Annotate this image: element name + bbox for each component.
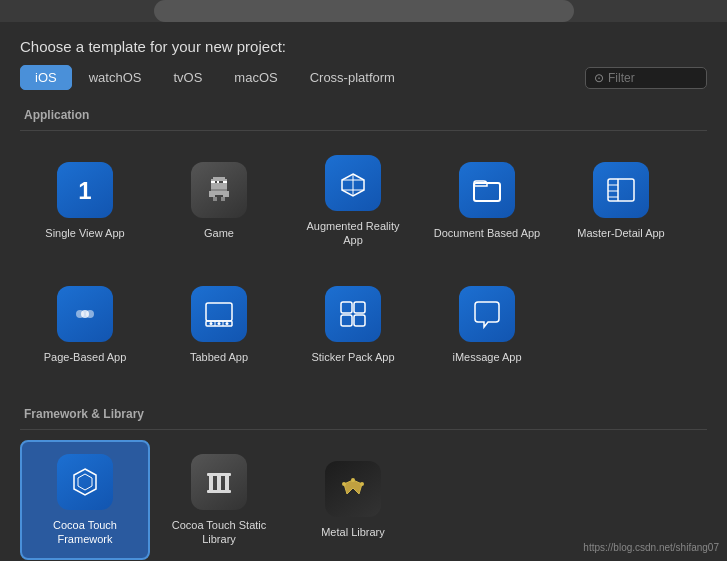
- svg-marker-47: [74, 469, 96, 495]
- title-bar-input[interactable]: [154, 0, 574, 22]
- svg-rect-14: [221, 197, 225, 201]
- tab-watchos[interactable]: watchOS: [74, 65, 157, 90]
- metal-icon: [325, 461, 381, 517]
- svg-rect-12: [215, 191, 223, 195]
- svg-point-37: [210, 322, 213, 325]
- template-ar-app[interactable]: Augmented Reality App: [288, 141, 418, 261]
- page-based-label: Page-Based App: [44, 350, 127, 364]
- template-imessage-app[interactable]: iMessage App: [422, 265, 552, 385]
- svg-rect-52: [217, 476, 221, 490]
- tab-tvos[interactable]: tvOS: [158, 65, 217, 90]
- template-master-detail[interactable]: Master-Detail App: [556, 141, 686, 261]
- template-metal-library[interactable]: Metal Library: [288, 440, 418, 560]
- cocoa-static-icon: [191, 454, 247, 510]
- svg-rect-33: [206, 303, 232, 321]
- document-label: Document Based App: [434, 226, 540, 240]
- ar-icon: [325, 155, 381, 211]
- document-icon: [459, 162, 515, 218]
- svg-rect-13: [213, 197, 217, 201]
- svg-rect-41: [341, 302, 352, 313]
- page-based-icon: [57, 286, 113, 342]
- svg-rect-10: [209, 191, 215, 197]
- dialog: Choose a template for your new project: …: [0, 22, 727, 561]
- content-area: Application 1 Single View App: [0, 100, 727, 561]
- game-label: Game: [204, 226, 234, 240]
- svg-rect-23: [608, 179, 634, 201]
- imessage-label: iMessage App: [452, 350, 521, 364]
- section-framework-header: Framework & Library: [20, 399, 707, 430]
- ar-label: Augmented Reality App: [298, 219, 408, 248]
- svg-rect-43: [341, 315, 352, 326]
- template-document-app[interactable]: Document Based App: [422, 141, 552, 261]
- tabbed-icon: [191, 286, 247, 342]
- tab-crossplatform[interactable]: Cross-platform: [295, 65, 410, 90]
- filter-input-wrap: ⊙: [585, 67, 707, 89]
- sticker-label: Sticker Pack App: [311, 350, 394, 364]
- svg-rect-9: [211, 189, 227, 191]
- svg-rect-3: [213, 177, 225, 179]
- svg-rect-5: [211, 181, 215, 183]
- svg-rect-46: [68, 465, 102, 499]
- svg-rect-50: [207, 473, 231, 476]
- svg-rect-44: [354, 315, 365, 326]
- svg-rect-7: [223, 181, 227, 183]
- sticker-icon: [325, 286, 381, 342]
- svg-point-56: [351, 478, 355, 482]
- svg-rect-4: [211, 179, 227, 181]
- template-game[interactable]: Game: [154, 141, 284, 261]
- imessage-icon: [459, 286, 515, 342]
- filter-input[interactable]: [608, 71, 698, 85]
- tab-macos[interactable]: macOS: [219, 65, 292, 90]
- template-cocoa-static[interactable]: Cocoa Touch Static Library: [154, 440, 284, 560]
- master-detail-icon: [593, 162, 649, 218]
- tabbed-label: Tabbed App: [190, 350, 248, 364]
- svg-rect-42: [354, 302, 365, 313]
- metal-label: Metal Library: [321, 525, 385, 539]
- svg-rect-54: [207, 490, 231, 493]
- dialog-header: Choose a template for your new project:: [0, 22, 727, 65]
- title-bar: [0, 0, 727, 22]
- template-cocoa-framework[interactable]: Cocoa Touch Framework: [20, 440, 150, 560]
- single-view-label: Single View App: [45, 226, 124, 240]
- template-page-based[interactable]: Page-Based App: [20, 265, 150, 385]
- svg-marker-48: [78, 474, 92, 490]
- template-sticker-app[interactable]: Sticker Pack App: [288, 265, 418, 385]
- svg-rect-22: [604, 173, 638, 207]
- cocoa-framework-label: Cocoa Touch Framework: [30, 518, 140, 547]
- svg-rect-53: [225, 476, 229, 490]
- svg-point-38: [218, 322, 221, 325]
- filter-icon: ⊙: [594, 71, 604, 85]
- game-icon: [191, 162, 247, 218]
- cocoa-static-label: Cocoa Touch Static Library: [164, 518, 274, 547]
- tab-bar: iOS watchOS tvOS macOS Cross-platform ⊙: [0, 65, 727, 100]
- svg-rect-11: [223, 191, 229, 197]
- master-detail-label: Master-Detail App: [577, 226, 664, 240]
- svg-text:1: 1: [78, 177, 91, 204]
- watermark: https://blog.csdn.net/shifang07: [583, 542, 719, 553]
- svg-point-31: [86, 310, 94, 318]
- template-single-view-app[interactable]: 1 Single View App: [20, 141, 150, 261]
- single-view-icon: 1: [57, 162, 113, 218]
- section-application-header: Application: [20, 100, 707, 131]
- svg-rect-8: [211, 183, 227, 189]
- svg-rect-51: [209, 476, 213, 490]
- svg-rect-6: [217, 181, 219, 183]
- cocoa-framework-icon: [57, 454, 113, 510]
- svg-point-39: [226, 322, 229, 325]
- svg-point-58: [360, 482, 364, 486]
- application-grid: 1 Single View App: [20, 141, 707, 385]
- template-tabbed-app[interactable]: Tabbed App: [154, 265, 284, 385]
- svg-rect-55: [336, 472, 370, 506]
- filter-area: ⊙: [585, 67, 707, 89]
- tab-ios[interactable]: iOS: [20, 65, 72, 90]
- svg-point-57: [342, 482, 346, 486]
